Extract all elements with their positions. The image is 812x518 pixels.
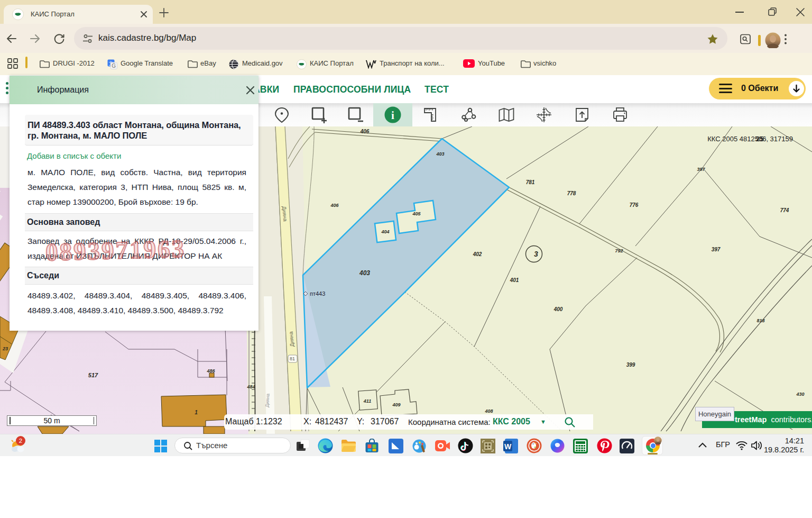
svg-text:430: 430 [796,392,804,397]
svg-text:23: 23 [2,346,8,351]
svg-text:400: 400 [553,306,563,312]
svg-text:818: 818 [756,318,764,323]
svg-text:409: 409 [392,402,400,407]
svg-text:778: 778 [567,190,576,196]
svg-text:404: 404 [381,229,389,234]
svg-text:3: 3 [534,250,538,258]
svg-text:397: 397 [697,167,705,172]
svg-text:402: 402 [473,251,482,257]
svg-text:776: 776 [630,202,639,208]
svg-text:пт443: пт443 [310,290,325,297]
svg-text:411: 411 [363,398,371,404]
svg-text:401: 401 [510,277,519,283]
svg-text:405: 405 [412,211,421,216]
svg-text:W: W [504,442,512,451]
svg-text:ККС 2005 4812506, 317159: ККС 2005 4812506, 317159 [707,135,793,143]
svg-text:403: 403 [359,269,370,277]
svg-text:397: 397 [712,247,721,252]
svg-text:i: i [391,109,394,122]
svg-text:792: 792 [615,248,623,253]
svg-text:774: 774 [780,207,789,213]
svg-text:484: 484 [246,384,255,389]
svg-text:781: 781 [526,179,535,185]
svg-text:Дияна: Дияна [264,394,271,408]
svg-text:403: 403 [436,151,444,157]
svg-text:399: 399 [626,362,635,368]
svg-text:25: 25 [756,135,763,143]
svg-text:486: 486 [206,368,215,374]
svg-text:G: G [112,63,116,69]
svg-text:408: 408 [484,408,493,414]
svg-text:81: 81 [290,356,295,361]
svg-text:1: 1 [195,410,198,415]
svg-text:517: 517 [88,372,98,378]
svg-text:406: 406 [330,203,339,208]
